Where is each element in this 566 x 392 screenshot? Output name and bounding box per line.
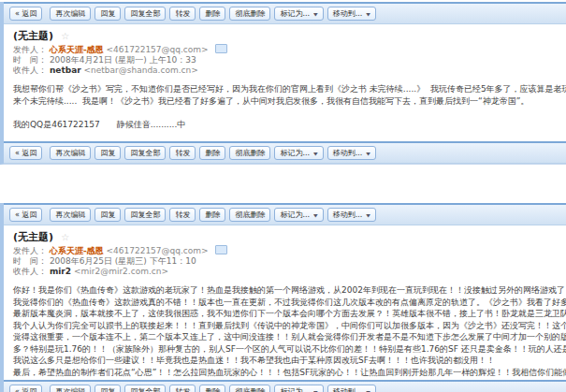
from-label: 发件人： [13,45,47,54]
chevron-down-icon: ▼ [366,211,370,219]
body-line: 来个未完待续..... 我是啊！《沙之书》我已经看了好多遍了，从中间对我启发很多… [13,95,557,108]
recipient-name[interactable]: mir2 [50,267,71,276]
reply-button[interactable]: 回复 [94,208,121,222]
body-line [13,107,557,119]
mail-subject: (无主题) [13,231,53,243]
back-button[interactable]: « 返回 [9,385,42,392]
mail-header: (无主题) ☆ 发件人： 心系天涯-感恩 <461722157@qq.com> … [4,24,566,79]
recipient-address: <netbar@shanda.com.cn> [84,65,198,75]
sender-address: <461722157@qq.com> [107,45,209,54]
purge-button[interactable]: 彻底删除 [229,7,270,21]
dropdown-label: 标记为... [280,211,310,220]
move-to-dropdown[interactable]: 移动到...▼ [327,146,376,160]
back-button[interactable]: « 返回 [9,208,42,222]
delete-button[interactable]: 删除 [199,7,225,21]
chevron-down-icon: ▼ [313,10,318,18]
reply-all-button[interactable]: 回复全部 [124,385,166,392]
forward-button[interactable]: 转发 [169,385,196,392]
chevron-down-icon: ▼ [313,388,318,392]
sender-name[interactable]: 心系天涯-感恩 [50,246,104,255]
body-line: 我觉得你们的《热血传奇》这款游戏真的不错！！版本也一直在更新，不过我觉得你们这几… [13,297,557,309]
vcard-icon[interactable] [215,245,227,254]
subject-row: (无主题) ☆ [13,230,557,243]
mail-toolbar: « 返回再次编辑回复回复全部转发删除彻底删除标记为...▼移动到...▼ [4,203,566,225]
reply-button[interactable]: 回复 [94,385,121,392]
purge-button[interactable]: 彻底删除 [229,385,270,392]
mark-as-dropdown[interactable]: 标记为...▼ [274,385,323,392]
forward-button[interactable]: 转发 [169,146,196,160]
chevron-down-icon: ▼ [313,211,318,219]
mail-body: 你好！我是你们《热血传奇》这款游戏的老玩家了！热血是我接触的第一个网络游戏，从2… [4,280,566,380]
time-label: 时 间： [13,55,47,65]
delete-button[interactable]: 删除 [199,208,225,222]
mail-panel-2: « 返回再次编辑回复回复全部转发删除彻底删除标记为...▼移动到...▼ (无主… [0,203,566,392]
recipient-address: <mir2@mir2.com.cn> [74,267,168,276]
purge-button[interactable]: 彻底删除 [229,208,270,222]
body-line: 你好！我是你们《热血传奇》这款游戏的老玩家了！热血是我接触的第一个网络游戏，从2… [13,284,557,297]
reply-all-button[interactable]: 回复全部 [124,146,166,160]
sender-address: <461722157@qq.com> [107,246,209,255]
purge-button[interactable]: 彻底删除 [229,146,270,160]
reedit-button[interactable]: 再次编辑 [50,385,91,392]
move-to-dropdown[interactable]: 移动到...▼ [327,7,376,21]
delete-button[interactable]: 删除 [199,385,225,392]
move-to-dropdown[interactable]: 移动到...▼ [327,208,376,222]
back-button[interactable]: « 返回 [9,146,42,160]
time-row: 时 间： 2008年6月25日 (星期三) 下午11：10 [13,256,557,267]
recipient-name[interactable]: netbar [50,65,81,75]
subject-row: (无主题) ☆ [13,29,557,42]
body-line: 最新版本魔炎洞，版本就接不上了，这使我很困惑，我不知道你们下一个版本会向哪个方面… [13,308,557,320]
body-line: 我想帮你们帮《沙之书》写完，不知道你们是否已经写好，因为我在你们的官网上看到《沙… [13,83,557,95]
dropdown-label: 移动到... [333,211,363,220]
chevron-down-icon: ▼ [366,388,370,392]
body-line: 觉得这很重要，一个版本连不上，第二个版本又连上了，这中间没连接！！别人就会觉得你… [13,331,557,343]
from-row: 发件人： 心系天涯-感恩 <461722157@qq.com> [13,44,557,55]
mark-as-dropdown[interactable]: 标记为...▼ [274,208,323,222]
body-line: 我说这么多只是想给你们一些建议！！毕竟我也是热血迷！！我不希望我也由于某种原因改… [13,355,557,367]
mail-toolbar: « 返回再次编辑回复回复全部转发删除彻底删除标记为...▼移动到...▼ [4,2,566,24]
dropdown-label: 移动到... [333,9,363,19]
reply-button[interactable]: 回复 [94,146,121,160]
from-label: 发件人： [13,246,47,255]
mail-time: 2008年4月21日 (星期一) 上午10：33 [50,55,196,65]
mail-body: 我想帮你们帮《沙之书》写完，不知道你们是否已经写好，因为我在你们的官网上看到《沙… [4,79,566,141]
mark-as-dropdown[interactable]: 标记为...▼ [274,146,323,160]
reedit-button[interactable]: 再次编辑 [50,208,91,222]
reply-button[interactable]: 回复 [94,7,121,21]
dropdown-label: 移动到... [333,387,363,392]
star-icon[interactable]: ☆ [61,232,69,242]
body-line: 最后，希望热血的制作者们花点“心思”！！怎么拉回热血玩家的心！！！包括SF玩家的… [13,367,557,379]
chevron-down-icon: ▼ [366,10,370,18]
time-row: 时 间： 2008年4月21日 (星期一) 上午10：33 [13,55,557,65]
to-label: 收件人： [13,267,47,276]
body-line: 我的QQ是461722157 静候佳音..........中 [13,119,557,131]
dropdown-label: 标记为... [280,149,310,158]
chevron-down-icon: ▼ [366,150,370,157]
to-label: 收件人： [13,65,47,75]
mark-as-dropdown[interactable]: 标记为...▼ [274,7,323,21]
reedit-button[interactable]: 再次编辑 [50,146,91,160]
body-line: 我个人认为你们完全可以跟书上的联接起来！！！直到最后找到《传说中的神龙帝国》，中… [13,320,557,332]
from-row: 发件人： 心系天涯-感恩 <461722157@qq.com> [13,245,557,256]
mail-subject: (无主题) [13,30,53,42]
to-row: 收件人： mir2 <mir2@mir2.com.cn> [13,267,557,277]
mail-header: (无主题) ☆ 发件人： 心系天涯-感恩 <461722157@qq.com> … [4,225,566,280]
to-row: 收件人： netbar <netbar@shanda.com.cn> [13,65,557,76]
forward-button[interactable]: 转发 [169,7,196,21]
chevron-down-icon: ▼ [313,150,318,157]
vcard-icon[interactable] [215,44,227,53]
move-to-dropdown[interactable]: 移动到...▼ [327,385,376,392]
mail-page: « 返回再次编辑回复回复全部转发删除彻底删除标记为...▼移动到...▼ (无主… [0,0,566,392]
reply-all-button[interactable]: 回复全部 [124,208,166,222]
dropdown-label: 标记为... [280,9,310,19]
star-icon[interactable]: ☆ [61,31,69,41]
mail-panel-1: « 返回再次编辑回复回复全部转发删除彻底删除标记为...▼移动到...▼ (无主… [0,2,566,165]
forward-button[interactable]: 转发 [169,208,196,222]
reedit-button[interactable]: 再次编辑 [50,7,91,21]
delete-button[interactable]: 删除 [199,146,225,160]
dropdown-label: 移动到... [333,149,363,158]
reply-all-button[interactable]: 回复全部 [124,7,166,21]
sender-name[interactable]: 心系天涯-感恩 [50,45,104,54]
back-button[interactable]: « 返回 [9,7,42,21]
dropdown-label: 标记为... [280,387,310,392]
